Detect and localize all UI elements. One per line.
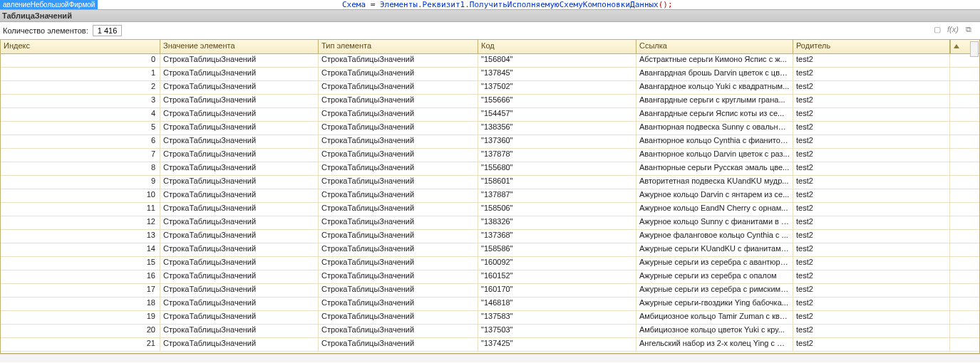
copy-icon[interactable]: ⧉ — [963, 23, 974, 35]
right-side-tool[interactable] — [970, 41, 979, 57]
count-value[interactable]: 1 416 — [93, 25, 123, 36]
cell-code: "156804" — [478, 54, 636, 67]
cell-parent: test2 — [793, 338, 950, 351]
table-row[interactable]: 13СтрокаТаблицыЗначенийСтрокаТаблицыЗнач… — [1, 230, 979, 243]
table-row[interactable]: 16СтрокаТаблицыЗначенийСтрокаТаблицыЗнач… — [1, 270, 979, 284]
cell-index: 12 — [1, 216, 160, 229]
table-row[interactable]: 18СтрокаТаблицыЗначенийСтрокаТаблицыЗнач… — [1, 298, 979, 311]
cell-value: СтрокаТаблицыЗначений — [160, 243, 319, 256]
cell-type: СтрокаТаблицыЗначений — [319, 81, 478, 94]
cell-type: СтрокаТаблицыЗначений — [319, 162, 478, 175]
cell-parent: test2 — [793, 257, 950, 270]
col-header-code[interactable]: Код — [478, 40, 636, 53]
table-row[interactable]: 5СтрокаТаблицыЗначенийСтрокаТаблицыЗначе… — [1, 122, 979, 135]
table-row[interactable]: 15СтрокаТаблицыЗначенийСтрокаТаблицыЗнач… — [1, 257, 979, 270]
value-table-grid: Индекс Значение элемента Тип элемента Ко… — [0, 39, 980, 354]
cell-value: СтрокаТаблицыЗначений — [160, 68, 319, 80]
table-row[interactable]: 19СтрокаТаблицыЗначенийСтрокаТаблицыЗнач… — [1, 311, 979, 325]
cell-link: Авангардные серьги Яспис коты из се... — [636, 108, 793, 121]
cell-link: Ажурное кольцо Sunny с фианитами в у... — [636, 216, 793, 229]
cell-code: "138356" — [478, 122, 636, 135]
cell-link: Авантюрные серьги Русская эмаль цве... — [636, 162, 793, 175]
cell-link: Ажурные серьги-гвоздики Ying бабочка... — [636, 298, 793, 310]
cell-index: 9 — [1, 176, 160, 189]
cell-index: 1 — [1, 68, 160, 80]
cell-value: СтрокаТаблицыЗначений — [160, 298, 319, 310]
table-row[interactable]: 6СтрокаТаблицыЗначенийСтрокаТаблицыЗначе… — [1, 135, 979, 149]
cell-code: "137502" — [478, 81, 636, 94]
cell-link: Абстрактные серьги Кимоно Яспис с ж... — [636, 54, 793, 67]
cell-parent: test2 — [793, 216, 950, 229]
cell-parent: test2 — [793, 284, 950, 297]
table-row[interactable]: 0СтрокаТаблицыЗначенийСтрокаТаблицыЗначе… — [1, 54, 979, 68]
cell-value: СтрокаТаблицыЗначений — [160, 135, 319, 148]
table-row[interactable]: 20СтрокаТаблицыЗначенийСтрокаТаблицыЗнач… — [1, 325, 979, 338]
cell-type: СтрокаТаблицыЗначений — [319, 338, 478, 351]
table-row[interactable]: 10СтрокаТаблицыЗначенийСтрокаТаблицыЗнач… — [1, 189, 979, 203]
cell-code: "137878" — [478, 149, 636, 162]
col-header-parent[interactable]: Родитель — [793, 40, 950, 53]
table-row[interactable]: 14СтрокаТаблицыЗначенийСтрокаТаблицыЗнач… — [1, 243, 979, 257]
cell-value: СтрокаТаблицыЗначений — [160, 216, 319, 229]
cell-parent: test2 — [793, 81, 950, 94]
cell-code: "160170" — [478, 284, 636, 297]
cell-parent: test2 — [793, 243, 950, 256]
cell-code: "158586" — [478, 243, 636, 256]
cell-link: Амбициозное кольцо Tamir Zuman с ква... — [636, 311, 793, 324]
top-strip: авлениеНебольшойФирмой Схема = Элементы.… — [0, 0, 980, 9]
cell-code: "137887" — [478, 189, 636, 202]
table-row[interactable]: 8СтрокаТаблицыЗначенийСтрокаТаблицыЗначе… — [1, 162, 979, 176]
cell-index: 19 — [1, 311, 160, 324]
table-row[interactable]: 3СтрокаТаблицыЗначенийСтрокаТаблицыЗначе… — [1, 95, 979, 108]
col-header-index[interactable]: Индекс — [1, 40, 160, 53]
cell-index: 3 — [1, 95, 160, 107]
table-row[interactable]: 7СтрокаТаблицыЗначенийСтрокаТаблицыЗначе… — [1, 149, 979, 162]
cell-index: 13 — [1, 230, 160, 243]
table-row[interactable]: 12СтрокаТаблицыЗначенийСтрокаТаблицыЗнач… — [1, 216, 979, 230]
cell-index: 7 — [1, 149, 160, 162]
grid-body[interactable]: 0СтрокаТаблицыЗначенийСтрокаТаблицыЗначе… — [1, 54, 979, 353]
cell-value: СтрокаТаблицыЗначений — [160, 81, 319, 94]
cell-link: Ажурное кольцо EandN Cherry с орнам... — [636, 203, 793, 216]
toolbar-icon-1[interactable]: ▢ — [932, 23, 943, 35]
cell-parent: test2 — [793, 162, 950, 175]
cell-type: СтрокаТаблицыЗначений — [319, 216, 478, 229]
cell-value: СтрокаТаблицыЗначений — [160, 284, 319, 297]
cell-index: 15 — [1, 257, 160, 270]
cell-code: "155680" — [478, 162, 636, 175]
selection-text: авлениеНебольшойФирмой — [0, 0, 98, 9]
cell-index: 4 — [1, 108, 160, 121]
col-header-type[interactable]: Тип элемента — [319, 40, 478, 53]
cell-code: "155666" — [478, 95, 636, 107]
cell-type: СтрокаТаблицыЗначений — [319, 243, 478, 256]
table-row[interactable]: 21СтрокаТаблицыЗначенийСтрокаТаблицыЗнач… — [1, 338, 979, 352]
col-header-value[interactable]: Значение элемента — [160, 40, 319, 53]
count-row: Количество элементов: 1 416 ▢ f(x) ⧉ — [0, 22, 980, 39]
cell-value: СтрокаТаблицыЗначений — [160, 325, 319, 337]
cell-code: "137368" — [478, 230, 636, 243]
fx-icon[interactable]: f(x) — [947, 23, 959, 35]
table-row[interactable]: 2СтрокаТаблицыЗначенийСтрокаТаблицыЗначе… — [1, 81, 979, 95]
table-row[interactable]: 11СтрокаТаблицыЗначенийСтрокаТаблицыЗнач… — [1, 203, 979, 216]
table-row[interactable]: 9СтрокаТаблицыЗначенийСтрокаТаблицыЗначе… — [1, 176, 979, 189]
cell-value: СтрокаТаблицыЗначений — [160, 338, 319, 351]
col-header-link[interactable]: Ссылка — [636, 40, 793, 53]
cell-type: СтрокаТаблицыЗначений — [319, 68, 478, 80]
cell-type: СтрокаТаблицыЗначений — [319, 311, 478, 324]
cell-value: СтрокаТаблицыЗначений — [160, 122, 319, 135]
cell-index: 14 — [1, 243, 160, 256]
cell-code: "137425" — [478, 338, 636, 351]
panel-title: ТаблицаЗначений — [0, 9, 980, 22]
cell-code: "158506" — [478, 203, 636, 216]
cell-type: СтрокаТаблицыЗначений — [319, 108, 478, 121]
cell-type: СтрокаТаблицыЗначений — [319, 230, 478, 243]
table-row[interactable]: 17СтрокаТаблицыЗначенийСтрокаТаблицыЗнач… — [1, 284, 979, 298]
cell-code: "146818" — [478, 298, 636, 310]
cell-index: 17 — [1, 284, 160, 297]
cell-parent: test2 — [793, 108, 950, 121]
table-row[interactable]: 1СтрокаТаблицыЗначенийСтрокаТаблицыЗначе… — [1, 68, 979, 81]
cell-value: СтрокаТаблицыЗначений — [160, 54, 319, 67]
table-row[interactable]: 4СтрокаТаблицыЗначенийСтрокаТаблицыЗначе… — [1, 108, 979, 122]
cell-index: 18 — [1, 298, 160, 310]
cell-parent: test2 — [793, 311, 950, 324]
